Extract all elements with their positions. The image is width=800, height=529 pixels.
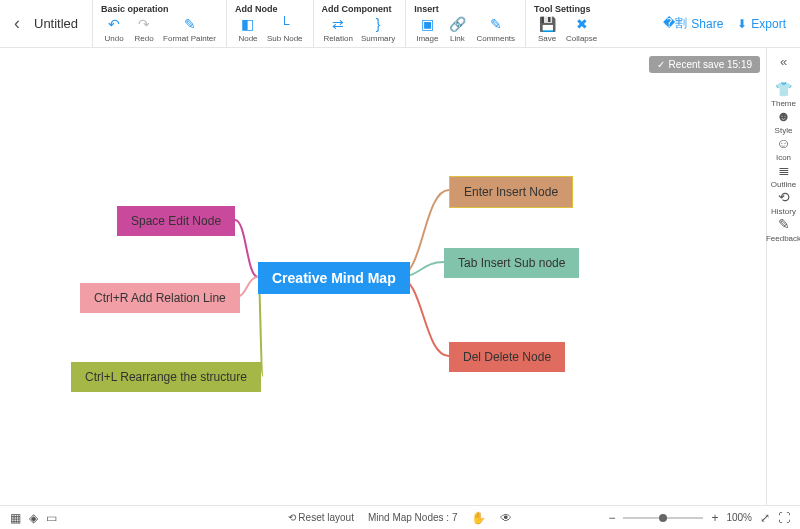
fit-icon[interactable]: ⤢ [760, 511, 770, 525]
recent-save-badge: ✓Recent save 15:19 [649, 56, 760, 73]
collapse-button[interactable]: ✖Collapse [564, 16, 599, 43]
summary-button[interactable]: }Summary [359, 16, 397, 43]
fullscreen-icon[interactable]: ⛶ [778, 511, 790, 525]
collapse-icon: ✖ [576, 16, 588, 32]
zoom-in-button[interactable]: + [711, 511, 718, 525]
export-icon: ⬇ [737, 17, 747, 31]
link-icon: 🔗 [449, 16, 466, 32]
group-label: Basic operation [101, 4, 218, 14]
right-panel: « 👕Theme☻Style☺Icon≣Outline⟲History✎Feed… [766, 48, 800, 505]
sub-node-button[interactable]: └Sub Node [265, 16, 305, 43]
format-painter-icon: ✎ [184, 16, 196, 32]
panel-label: Outline [771, 180, 796, 189]
zoom-level: 100% [726, 512, 752, 523]
tool-label: Image [416, 34, 438, 43]
group-label: Add Node [235, 4, 305, 14]
tool-label: Node [238, 34, 257, 43]
node-icon: ◧ [241, 16, 254, 32]
style-icon: ☻ [776, 108, 791, 124]
mindmap-node[interactable]: Del Delete Node [449, 342, 565, 372]
feedback-icon: ✎ [778, 216, 790, 232]
status-icon-3[interactable]: ▭ [46, 511, 57, 525]
mindmap-canvas[interactable]: ✓Recent save 15:19 Creative Mind MapSpac… [0, 48, 766, 505]
undo-button[interactable]: ↶Undo [101, 16, 127, 43]
check-icon: ✓ [657, 59, 665, 70]
tool-label: Summary [361, 34, 395, 43]
group-label: Add Component [322, 4, 398, 14]
panel-label: Feedback [766, 234, 800, 243]
toolgroup-add-component: Add Component⇄Relation}Summary [313, 0, 406, 47]
eye-icon[interactable]: 👁 [500, 511, 512, 525]
mindmap-node[interactable]: Enter Insert Node [449, 176, 573, 208]
mindmap-node[interactable]: Ctrl+R Add Relation Line [80, 283, 240, 313]
redo-button: ↷Redo [131, 16, 157, 43]
group-label: Insert [414, 4, 517, 14]
tool-label: Collapse [566, 34, 597, 43]
panel-label: Style [775, 126, 793, 135]
zoom-out-button[interactable]: − [608, 511, 615, 525]
group-label: Tool Settings [534, 4, 599, 14]
top-toolbar: ‹ Untitled Basic operation↶Undo↷Redo✎For… [0, 0, 800, 48]
status-icon-2[interactable]: ◈ [29, 511, 38, 525]
toolgroup-add-node: Add Node◧Node└Sub Node [226, 0, 313, 47]
panel-label: Icon [776, 153, 791, 162]
status-icon-1[interactable]: ▦ [10, 511, 21, 525]
tool-label: Comments [476, 34, 515, 43]
save-button: 💾Save [534, 16, 560, 43]
format-painter-button[interactable]: ✎Format Painter [161, 16, 218, 43]
panel-history[interactable]: ⟲History [766, 189, 800, 216]
tool-label: Redo [135, 34, 154, 43]
panel-outline[interactable]: ≣Outline [766, 162, 800, 189]
tool-label: Undo [105, 34, 124, 43]
tool-label: Link [450, 34, 465, 43]
back-button[interactable]: ‹ [8, 0, 26, 47]
mindmap-node[interactable]: Tab Insert Sub node [444, 248, 579, 278]
reset-layout-button[interactable]: ⟲ Reset layout [288, 512, 354, 523]
tool-label: Save [538, 34, 556, 43]
panel-label: Theme [771, 99, 796, 108]
relation-button[interactable]: ⇄Relation [322, 16, 355, 43]
panel-theme[interactable]: 👕Theme [766, 81, 800, 108]
tool-label: Sub Node [267, 34, 303, 43]
history-icon: ⟲ [778, 189, 790, 205]
tool-label: Relation [324, 34, 353, 43]
save-icon: 💾 [539, 16, 556, 32]
share-button[interactable]: �割Share [663, 15, 723, 32]
node-button[interactable]: ◧Node [235, 16, 261, 43]
toolgroup-basic-operation: Basic operation↶Undo↷Redo✎Format Painter [92, 0, 226, 47]
sub-node-icon: └ [280, 16, 290, 32]
panel-style[interactable]: ☻Style [766, 108, 800, 135]
toolgroup-tool-settings: Tool Settings💾Save✖Collapse [525, 0, 607, 47]
export-button[interactable]: ⬇Export [737, 17, 786, 31]
status-bar: ▦ ◈ ▭ ⟲ Reset layout Mind Map Nodes : 7 … [0, 505, 800, 529]
toolgroup-insert: Insert▣Image🔗Link✎Comments [405, 0, 525, 47]
document-title[interactable]: Untitled [26, 0, 92, 47]
node-count: Mind Map Nodes : 7 [368, 512, 458, 523]
mindmap-root[interactable]: Creative Mind Map [258, 262, 410, 294]
panel-label: History [771, 207, 796, 216]
share-icon: �割 [663, 15, 687, 32]
comments-button[interactable]: ✎Comments [474, 16, 517, 43]
zoom-slider[interactable] [623, 517, 703, 519]
mindmap-node[interactable]: Space Edit Node [117, 206, 235, 236]
redo-icon: ↷ [138, 16, 150, 32]
comments-icon: ✎ [490, 16, 502, 32]
image-icon: ▣ [421, 16, 434, 32]
mindmap-node[interactable]: Ctrl+L Rearrange the structure [71, 362, 261, 392]
hand-icon[interactable]: ✋ [471, 511, 486, 525]
relation-icon: ⇄ [332, 16, 344, 32]
panel-collapse-button[interactable]: « [780, 54, 787, 69]
panel-feedback[interactable]: ✎Feedback [766, 216, 800, 243]
tool-label: Format Painter [163, 34, 216, 43]
link-button[interactable]: 🔗Link [444, 16, 470, 43]
image-button[interactable]: ▣Image [414, 16, 440, 43]
outline-icon: ≣ [778, 162, 790, 178]
icon-icon: ☺ [776, 135, 790, 151]
panel-icon[interactable]: ☺Icon [766, 135, 800, 162]
undo-icon: ↶ [108, 16, 120, 32]
summary-icon: } [376, 16, 381, 32]
theme-icon: 👕 [775, 81, 792, 97]
